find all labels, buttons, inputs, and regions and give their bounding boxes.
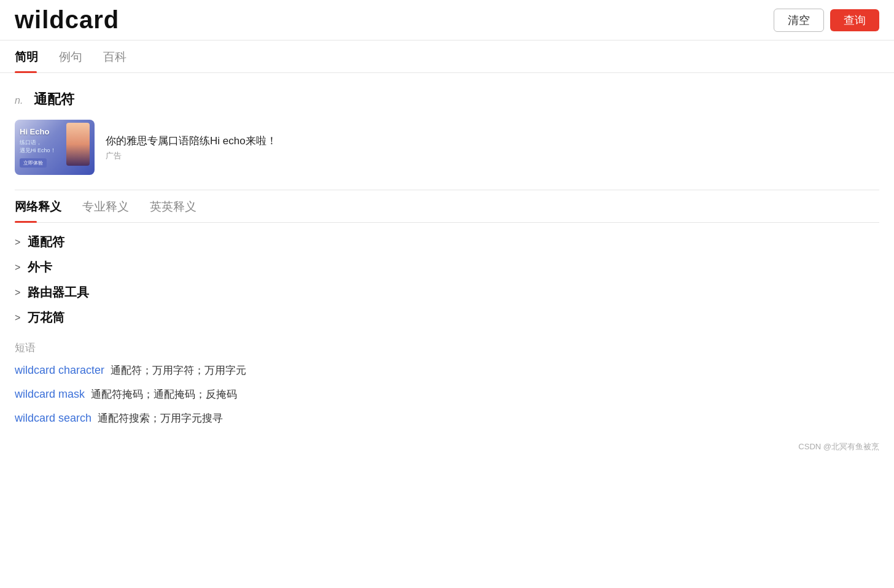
def-text-2: 路由器工具: [28, 284, 89, 301]
def-tab-professional[interactable]: 专业释义: [82, 190, 144, 222]
chevron-icon-3: >: [15, 312, 20, 323]
top-tabs: 简明 例句 百科: [0, 41, 894, 73]
phrase-en-1[interactable]: wildcard mask: [15, 388, 85, 401]
phrase-en-0[interactable]: wildcard character: [15, 364, 104, 377]
phrases-title: 短语: [15, 341, 879, 355]
chevron-icon-0: >: [15, 237, 20, 248]
phrase-cn-2: 通配符搜索；万用字元搜寻: [98, 411, 223, 425]
phrase-cn-1: 通配符掩码；通配掩码；反掩码: [91, 387, 237, 401]
phrase-en-2[interactable]: wildcard search: [15, 412, 91, 425]
phrase-row-0: wildcard character 通配符；万用字符；万用字元: [15, 363, 879, 377]
ad-block[interactable]: Hi Echo 练口语，遇见Hi Echo！ 立即体验 你的雅思专属口语陪练Hi…: [15, 120, 879, 175]
header: wildcard 清空 查询: [0, 0, 894, 41]
definition-list: > 通配符 > 外卡 > 路由器工具 > 万花筒: [15, 234, 879, 326]
phrase-row-1: wildcard mask 通配符掩码；通配掩码；反掩码: [15, 387, 879, 401]
pos-label: n.: [15, 95, 23, 106]
def-text-3: 万花筒: [28, 309, 64, 326]
def-item-2[interactable]: > 路由器工具: [15, 284, 879, 301]
query-button[interactable]: 查询: [830, 9, 879, 31]
chevron-icon-2: >: [15, 287, 20, 298]
def-item-0[interactable]: > 通配符: [15, 234, 879, 250]
ad-image: Hi Echo 练口语，遇见Hi Echo！ 立即体验: [15, 120, 95, 175]
ad-main-text: 你的雅思专属口语陪练Hi echo来啦！: [106, 134, 277, 148]
ad-person-image: [66, 123, 90, 166]
def-text-1: 外卡: [28, 259, 52, 276]
tab-liju[interactable]: 例句: [59, 41, 97, 72]
def-tabs: 网络释义 专业释义 英英释义: [15, 190, 879, 222]
ad-label: 广告: [106, 150, 277, 161]
clear-button[interactable]: 清空: [774, 9, 824, 32]
def-item-1[interactable]: > 外卡: [15, 259, 879, 276]
page-title: wildcard: [15, 6, 119, 34]
def-tab-network[interactable]: 网络释义: [15, 190, 76, 222]
pos-meaning: 通配符: [34, 90, 74, 109]
ad-text-block: 你的雅思专属口语陪练Hi echo来啦！ 广告: [106, 134, 277, 161]
main-content: n. 通配符 Hi Echo 练口语，遇见Hi Echo！ 立即体验 你的雅思专…: [0, 73, 894, 425]
tab-baike[interactable]: 百科: [103, 41, 141, 72]
header-buttons: 清空 查询: [774, 9, 879, 32]
pos-row: n. 通配符: [15, 90, 879, 109]
def-item-3[interactable]: > 万花筒: [15, 309, 879, 326]
tab-jianming[interactable]: 简明: [15, 41, 53, 72]
footer-text: CSDN @北冥有鱼被烹: [798, 442, 879, 451]
def-tab-english[interactable]: 英英释义: [150, 190, 211, 222]
ad-hi-echo-text: Hi Echo: [20, 127, 49, 136]
chevron-icon-1: >: [15, 262, 20, 273]
ad-btn: 立即体验: [20, 158, 47, 168]
footer: CSDN @北冥有鱼被烹: [0, 435, 894, 458]
ad-sub-text: 练口语，遇见Hi Echo！: [20, 139, 56, 155]
def-tabs-wrapper: 网络释义 专业释义 英英释义: [15, 190, 879, 223]
def-text-0: 通配符: [28, 234, 64, 250]
phrase-cn-0: 通配符；万用字符；万用字元: [111, 363, 246, 377]
phrase-row-2: wildcard search 通配符搜索；万用字元搜寻: [15, 411, 879, 425]
